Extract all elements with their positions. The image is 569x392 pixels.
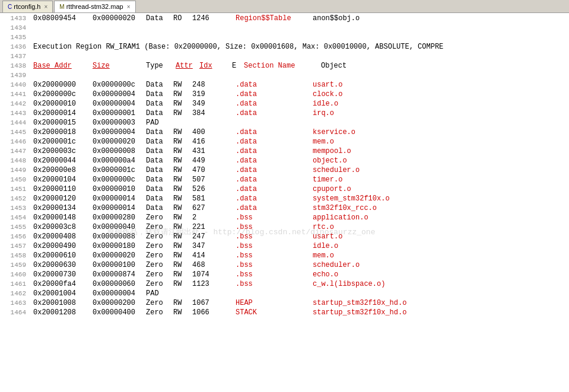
table-row: 14410x2000000c 0x00000004 Data RW 319 .d… (0, 90, 569, 100)
table-row: 14440x20000015 0x00000003 PAD (0, 119, 569, 128)
line-content: Base AddrSize Type Attr Idx E Section Na… (33, 62, 347, 70)
line-number: 1433 (2, 15, 26, 22)
line-content: 0x20000490 0x00000180 Zero RW 347 .bss i… (33, 242, 338, 250)
line-number: 1459 (2, 262, 26, 269)
line-number: 1447 (2, 148, 26, 155)
table-row: 1438Base AddrSize Type Attr Idx E Sectio… (0, 62, 569, 71)
table-row: 14520x20000120 0x00000014 Data RW 581 .d… (0, 195, 569, 204)
line-content: 0x20001208 0x00000400 Zero RW 1066 STACK… (33, 308, 406, 317)
line-number: 1461 (2, 281, 26, 288)
line-number: 1457 (2, 243, 26, 250)
table-row: 14610x20000fa4 0x00000060 Zero RW 1123 .… (0, 280, 569, 289)
line-number: 1453 (2, 205, 26, 212)
line-content: 0x20000014 0x00000001 Data RW 384 .data … (33, 109, 334, 117)
line-content (33, 24, 37, 32)
line-content: 0x2000003c 0x00000008 Data RW 431 .data … (33, 147, 351, 155)
line-content: 0x200003c8 0x00000040 Zero RW 221 .bss r… (33, 223, 334, 231)
tab-close-map[interactable]: × (127, 4, 131, 10)
line-number: 1443 (2, 110, 26, 117)
line-number: 1442 (2, 100, 26, 107)
line-content: 0x200000e8 0x0000001c Data RW 470 .data … (33, 166, 360, 174)
table-row: 14490x200000e8 0x0000001c Data RW 470 .d… (0, 166, 569, 176)
line-number: 1436 (2, 43, 26, 50)
tab-close-rtconfig[interactable]: × (44, 4, 47, 10)
line-content: 0x20000730 0x00000874 Zero RW 1074 .bss … (33, 270, 338, 279)
line-number: 1435 (2, 34, 26, 41)
line-number: 1439 (2, 72, 26, 79)
line-number: 1463 (2, 299, 26, 307)
line-number: 1460 (2, 271, 26, 278)
line-number: 1444 (2, 119, 26, 126)
table-row: 1439 (0, 71, 569, 81)
line-number: 1462 (2, 290, 26, 297)
line-content: 0x20000104 0x0000000c Data RW 507 .data … (33, 176, 342, 184)
line-number: 1449 (2, 167, 26, 174)
line-number: 1452 (2, 195, 26, 202)
table-row: 14480x20000044 0x000000a4 Data RW 449 .d… (0, 157, 569, 166)
line-content: Execution Region RW_IRAM1 (Base: 0x20000… (33, 43, 443, 51)
line-content: 0x20000044 0x000000a4 Data RW 449 .data … (33, 157, 347, 165)
table-row: 14330x08009454 0x00000020 Data RO 1246 R… (0, 14, 569, 24)
tab-rtconfig[interactable]: C rtconfig.h × (2, 1, 53, 12)
line-number: 1451 (2, 186, 26, 193)
line-number: 1456 (2, 233, 26, 240)
line-content: 0x20000110 0x00000010 Data RW 526 .data … (33, 185, 351, 193)
line-number: 1464 (2, 309, 26, 316)
table-row: 1435 (0, 33, 569, 43)
line-number: 1437 (2, 53, 26, 60)
line-number: 1448 (2, 157, 26, 164)
line-content (33, 33, 37, 42)
table-row: 14590x20000630 0x00000100 Zero RW 468 .b… (0, 261, 569, 270)
table-row: 1436 Execution Region RW_IRAM1 (Base: 0x… (0, 43, 569, 52)
line-content: 0x20000120 0x00000014 Data RW 581 .data … (33, 195, 390, 203)
line-number: 1440 (2, 81, 26, 88)
line-number: 1455 (2, 224, 26, 231)
tab-icon-map: M (59, 4, 64, 10)
line-content: 0x20000000 0x0000000c Data RW 248 .data … (33, 81, 342, 89)
table-row: 14460x2000001c 0x00000020 Data RW 416 .d… (0, 138, 569, 147)
line-content: 0x20000015 0x00000003 PAD (33, 119, 313, 127)
table-row: 14450x20000018 0x00000004 Data RW 400 .d… (0, 128, 569, 138)
line-content: 0x20000010 0x00000004 Data RW 349 .data … (33, 100, 338, 108)
tab-icon-rtconfig: C (8, 4, 12, 10)
line-number: 1441 (2, 91, 26, 98)
line-content: 0x20000630 0x00000100 Zero RW 468 .bss s… (33, 261, 360, 269)
table-row: 14600x20000730 0x00000874 Zero RW 1074 .… (0, 270, 569, 280)
content-area[interactable]: 原创作品，转载请注明出处 - http://blog.csdn.net/dino… (0, 13, 569, 392)
line-number: 1434 (2, 24, 26, 31)
table-row: 14640x20001208 0x00000400 Zero RW 1066 S… (0, 308, 569, 318)
line-number: 1458 (2, 252, 26, 259)
line-number: 1450 (2, 176, 26, 183)
line-content: 0x20000fa4 0x00000060 Zero RW 1123 .bss … (33, 280, 385, 288)
table-row: 14580x20000610 0x00000020 Zero RW 414 .b… (0, 251, 569, 261)
tab-map[interactable]: M rtthread-stm32.map × (54, 1, 135, 12)
table-row: 14620x20001004 0x00000004 PAD (0, 289, 569, 299)
line-content: 0x20001008 0x00000200 Zero RW 1067 HEAP … (33, 299, 406, 307)
line-content: 0x20000408 0x00000088 Zero RW 247 .bss u… (33, 232, 342, 241)
line-content: 0x20000018 0x00000004 Data RW 400 .data … (33, 128, 355, 136)
table-row: 14550x200003c8 0x00000040 Zero RW 221 .b… (0, 223, 569, 232)
table-row: 14430x20000014 0x00000001 Data RW 384 .d… (0, 109, 569, 119)
line-content: 0x08009454 0x00000020 Data RO 1246 Regio… (33, 14, 360, 23)
table-row: 1434 (0, 24, 569, 33)
line-content: 0x2000001c 0x00000020 Data RW 416 .data … (33, 138, 334, 146)
table-row: 14540x20000148 0x00000280 Zero RW 2 .bss… (0, 213, 569, 223)
line-number: 1438 (2, 62, 26, 69)
line-number: 1445 (2, 129, 26, 136)
line-number: 1454 (2, 214, 26, 221)
line-content: 0x20000134 0x00000014 Data RW 627 .data … (33, 204, 377, 212)
line-number: 1446 (2, 138, 26, 145)
table-row: 14400x20000000 0x0000000c Data RW 248 .d… (0, 81, 569, 90)
title-bar: C rtconfig.h × M rtthread-stm32.map × (0, 0, 569, 13)
line-content (33, 71, 37, 79)
table-row: 14630x20001008 0x00000200 Zero RW 1067 H… (0, 299, 569, 308)
table-row: 14510x20000110 0x00000010 Data RW 526 .d… (0, 185, 569, 195)
table-row: 14530x20000134 0x00000014 Data RW 627 .d… (0, 204, 569, 213)
line-content: 0x20000610 0x00000020 Zero RW 414 .bss m… (33, 251, 334, 260)
table-row: 1437 (0, 52, 569, 62)
line-content (33, 52, 37, 60)
table-row: 14420x20000010 0x00000004 Data RW 349 .d… (0, 100, 569, 109)
table-row: 14500x20000104 0x0000000c Data RW 507 .d… (0, 176, 569, 185)
tab-label-map: rtthread-stm32.map (66, 3, 123, 10)
line-content: 0x20000148 0x00000280 Zero RW 2 .bss app… (33, 213, 368, 222)
